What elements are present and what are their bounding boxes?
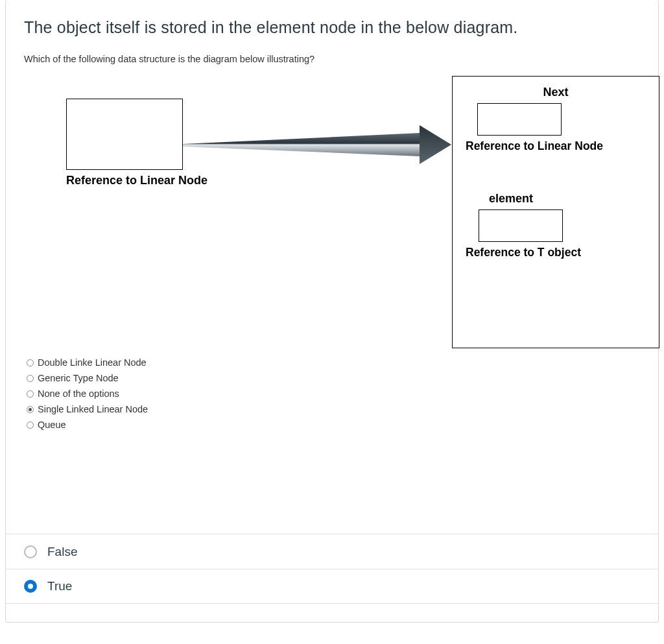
diagram-next-box <box>477 103 562 136</box>
diagram-element-label: element <box>489 192 646 206</box>
tf-option-true[interactable]: True <box>6 569 658 604</box>
diagram-element-box <box>479 209 563 242</box>
diagram-left-box <box>66 99 183 170</box>
mc-option-label: Single Linked Linear Node <box>38 404 148 414</box>
diagram-next-caption: Reference to Linear Node <box>466 139 646 153</box>
diagram-left-caption: Reference to Linear Node <box>66 174 208 187</box>
svg-marker-0 <box>183 133 420 156</box>
question-title: The object itself is stored in the eleme… <box>24 18 643 37</box>
mc-option-label: Generic Type Node <box>38 373 119 383</box>
tf-option-false[interactable]: False <box>6 534 658 569</box>
diagram-element-caption: Reference to T object <box>466 246 646 259</box>
radio-icon <box>24 545 37 558</box>
tf-option-label: True <box>47 579 72 593</box>
diagram-left-node: Reference to Linear Node <box>66 99 208 187</box>
mc-option-label: Double Linke Linear Node <box>38 357 147 368</box>
tf-option-label: False <box>47 545 77 559</box>
mc-option[interactable]: Single Linked Linear Node <box>27 401 643 417</box>
mc-option[interactable]: Queue <box>27 417 643 433</box>
mc-option[interactable]: Double Linke Linear Node <box>27 355 643 370</box>
question-subprompt: Which of the following data structure is… <box>24 54 643 64</box>
mc-option-label: None of the options <box>38 388 119 399</box>
tf-options: False True <box>6 534 658 604</box>
radio-icon <box>27 359 34 366</box>
radio-icon <box>27 422 34 429</box>
radio-icon <box>27 375 34 382</box>
radio-icon <box>24 580 37 593</box>
diagram-right-panel: Next Reference to Linear Node element Re… <box>452 76 659 348</box>
mc-option[interactable]: None of the options <box>27 386 643 401</box>
radio-icon <box>27 406 34 413</box>
diagram-next-label: Next <box>466 86 646 99</box>
mc-options: Double Linke Linear Node Generic Type No… <box>27 355 643 433</box>
arrow-icon <box>183 125 452 171</box>
mc-option-label: Queue <box>38 420 66 430</box>
diagram-region: Reference to Linear Node <box>24 76 643 348</box>
svg-marker-1 <box>420 125 451 164</box>
diagram-next-section: Next Reference to Linear Node <box>466 86 646 153</box>
diagram-element-section: element Reference to T object <box>466 192 646 259</box>
question-card: The object itself is stored in the eleme… <box>5 0 659 623</box>
mc-option[interactable]: Generic Type Node <box>27 370 643 386</box>
radio-icon <box>27 390 34 398</box>
